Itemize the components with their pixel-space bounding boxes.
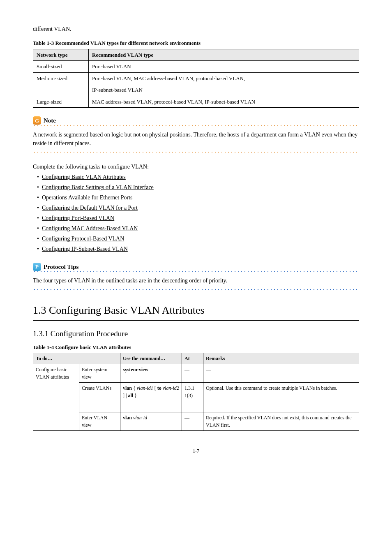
- table2-caption: Table 1-4 Configure basic VLAN attribute…: [33, 343, 359, 352]
- note-label: Note: [44, 116, 56, 125]
- t1-r3-c1: MAC address-based VLAN, protocol-based V…: [89, 96, 359, 108]
- table-row: Create VLANs vlan { vlan-id1 [ to vlan-i…: [33, 383, 359, 401]
- list-item[interactable]: • Configuring Basic Settings of a VLAN I…: [43, 183, 359, 192]
- list-item[interactable]: • Configuring IP-Subnet-Based VLAN: [43, 245, 359, 253]
- t1-r0-c0: Small-sized: [33, 61, 89, 73]
- table-row: Medium-sized Port-based VLAN, MAC addres…: [33, 72, 359, 84]
- t1-head-1: Recommended VLAN type: [89, 49, 359, 61]
- t2-r0-at: —: [182, 364, 203, 383]
- procedure-table: To do… Use the command… At Remarks Confi…: [33, 353, 359, 431]
- t2-r3-task: Enter VLAN view: [79, 412, 120, 431]
- t2-r3-at: —: [182, 412, 203, 431]
- note-callout: G Note A network is segmented based on l…: [33, 116, 359, 153]
- table-row: Small-sized Port-based VLAN: [33, 61, 359, 73]
- list-item[interactable]: • Configuring MAC Address-Based VLAN: [43, 224, 359, 233]
- outline-lead: Complete the following tasks to configur…: [33, 162, 359, 171]
- t2-r0-rem: —: [203, 364, 359, 383]
- protocol-tips-icon: P: [33, 263, 41, 271]
- t2-r3-rem: Required. If the specified VLAN does not…: [203, 412, 359, 431]
- list-item[interactable]: • Operations Available for Ethernet Port…: [43, 193, 359, 202]
- t2-r1-task: Create VLANs: [79, 383, 120, 412]
- vlan-type-table: Network type Recommended VLAN type Small…: [33, 49, 359, 108]
- t2-head-0: To do…: [33, 353, 120, 364]
- section-divider: [33, 320, 359, 321]
- list-item[interactable]: • Configuring Port-Based VLAN: [43, 214, 359, 222]
- protocol-tips-label: Protocol Tips: [44, 262, 78, 272]
- subsection-title: 1.3.1 Configuration Procedure: [33, 328, 359, 340]
- t2-head-2: At: [182, 353, 203, 364]
- t2-group: Configure basic VLAN attributes: [33, 364, 79, 431]
- page-number: 1-7: [33, 447, 359, 455]
- intro-text: different VLAN.: [33, 25, 359, 33]
- table-row: Configure basic VLAN attributes Enter sy…: [33, 364, 359, 383]
- t2-r1-rem: Optional. Use this command to create mul…: [203, 383, 359, 412]
- section-title: 1.3 Configuring Basic VLAN Attributes: [33, 302, 359, 318]
- note-body: A network is segmented based on logic bu…: [33, 130, 359, 148]
- note-icon: G: [33, 116, 41, 125]
- t1-r2-c1: IP-subnet-based VLAN: [89, 84, 359, 96]
- t2-r1-at: 1.3.1 1(3): [182, 383, 203, 412]
- t2-r3-cmd: vlan vlan-id: [120, 412, 182, 431]
- t1-head-0: Network type: [33, 49, 89, 61]
- t2-r1-cmd: vlan { vlan-id1 [ to vlan-id2 ] | all }: [120, 383, 182, 401]
- list-item[interactable]: • Configuring the Default VLAN for a Por…: [43, 204, 359, 212]
- table-row: Enter VLAN view vlan vlan-id — Required.…: [33, 412, 359, 431]
- t2-head-1: Use the command…: [120, 353, 182, 364]
- t1-r1-c1: Port-based VLAN, MAC address-based VLAN,…: [89, 72, 359, 84]
- outline-list: • Configuring Basic VLAN Attributes• Con…: [33, 173, 359, 253]
- protocol-tips-body: The four types of VLAN in the outlined t…: [33, 276, 359, 285]
- t1-r3-c0: Large-sized: [33, 96, 89, 108]
- table1-caption: Table 1-3 Recommended VLAN types for dif…: [33, 39, 359, 47]
- table-row: Large-sized MAC address-based VLAN, prot…: [33, 96, 359, 108]
- list-item[interactable]: • Configuring Protocol-Based VLAN: [43, 234, 359, 243]
- t2-r0-cmd: system-view: [120, 364, 182, 383]
- protocol-tips-callout: P Protocol Tips The four types of VLAN i…: [33, 262, 359, 290]
- t2-head-3: Remarks: [203, 353, 359, 364]
- t2-r0-task: Enter system view: [79, 364, 120, 383]
- list-item[interactable]: • Configuring Basic VLAN Attributes: [43, 173, 359, 181]
- t1-r1-c0: Medium-sized: [33, 72, 89, 96]
- t1-r0-c1: Port-based VLAN: [89, 61, 359, 73]
